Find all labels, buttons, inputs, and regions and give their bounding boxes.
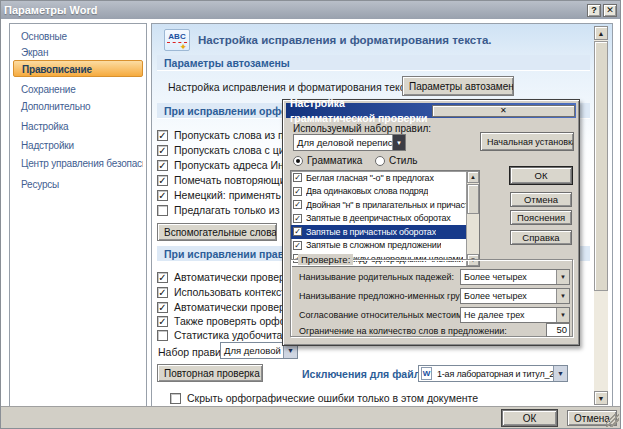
- exceptions-file-dropdown[interactable]: W 1-ая лабораторная и титул_2010 ▼: [418, 365, 568, 382]
- list-scrollbar[interactable]: ▲ ▼: [466, 171, 479, 266]
- relative-pronouns-label: Согласование относительных местоимений:: [299, 310, 485, 320]
- checkbox-box[interactable]: [293, 227, 302, 236]
- grammar-settings-dialog: Настройка грамматической проверки ✕ Испо…: [282, 99, 580, 346]
- sidebar-item-display[interactable]: Экран: [13, 44, 143, 61]
- checkbox-hide-spelling-errors[interactable]: Скрыть орфографические ошибки только в э…: [170, 391, 478, 405]
- footer-bar: ОК Отмена: [1, 406, 620, 428]
- rule-item[interactable]: Запятые в деепричастных оборотах: [291, 212, 479, 226]
- abc-spellcheck-icon: ABC✦: [164, 29, 190, 51]
- checkbox-box[interactable]: [157, 316, 168, 327]
- dialog-ok-button[interactable]: ОК: [510, 167, 572, 184]
- checkbox-box[interactable]: [293, 187, 302, 196]
- radio-dot: [293, 156, 303, 166]
- checkbox-box[interactable]: [157, 302, 168, 313]
- rule-item[interactable]: Беглая гласная "-о" в предлогах: [291, 171, 479, 185]
- checkbox-box[interactable]: [157, 175, 168, 186]
- checkbox-box[interactable]: [293, 200, 302, 209]
- dialog-titlebar[interactable]: Настройка грамматической проверки ✕: [286, 103, 576, 118]
- ok-button[interactable]: ОК: [502, 410, 557, 426]
- chevron-down-icon[interactable]: ▼: [553, 366, 567, 381]
- sidebar-item-resources[interactable]: Ресурсы: [13, 176, 143, 193]
- checkbox-box[interactable]: [157, 287, 168, 298]
- scroll-up-icon[interactable]: ▲: [467, 171, 479, 183]
- dialog-explain-button[interactable]: Пояснения: [510, 210, 572, 225]
- sidebar-item-advanced[interactable]: Дополнительно: [13, 98, 143, 115]
- checkbox-box[interactable]: [170, 393, 181, 404]
- dialog-cancel-button[interactable]: Отмена: [510, 192, 572, 207]
- chevron-down-icon[interactable]: ▼: [556, 308, 569, 322]
- check-group-title: Проверьте:: [298, 254, 353, 265]
- window-title: Параметры Word: [4, 4, 585, 16]
- genitive-chain-dropdown[interactable]: Более четырех▼: [460, 269, 570, 285]
- prepositional-groups-label: Нанизывание предложно-именных групп:: [299, 291, 472, 301]
- help-icon[interactable]: ?: [587, 4, 601, 17]
- word-limit-input[interactable]: 50: [546, 323, 570, 337]
- prepositional-groups-dropdown[interactable]: Более четырех▼: [460, 288, 570, 304]
- word-options-window: Параметры Word ? ✕ Основные Экран Правоп…: [0, 0, 621, 429]
- radio-dot: [375, 156, 385, 166]
- rule-item-selected[interactable]: Запятые в причастных оборотах: [291, 225, 479, 239]
- section-band-autocorrect: Параметры автозамены: [157, 55, 590, 71]
- content-scrollbar[interactable]: ▲ ▼: [594, 26, 608, 405]
- recheck-document-button[interactable]: Повторная проверка: [157, 364, 263, 382]
- custom-dictionaries-button[interactable]: Вспомогательные словари...: [157, 223, 277, 241]
- dialog-ruleset-label: Используемый набор правил:: [293, 123, 431, 134]
- checkbox-box[interactable]: [157, 272, 168, 283]
- scrollbar-thumb[interactable]: [594, 41, 608, 291]
- rule-item[interactable]: Двойная "н" в прилагательных и причастия…: [291, 198, 479, 212]
- sidebar-item-customize[interactable]: Настройка: [13, 118, 143, 135]
- chevron-down-icon[interactable]: ▼: [556, 289, 569, 303]
- relative-pronouns-dropdown[interactable]: Не далее трех▼: [460, 307, 570, 323]
- reset-defaults-button[interactable]: Начальная установка: [480, 132, 574, 151]
- sidebar-item-trust-center[interactable]: Центр управления безопасностью: [13, 155, 143, 172]
- ruleset-dropdown-value: Для деловой: [221, 345, 283, 356]
- checkbox-box[interactable]: [293, 241, 302, 250]
- genitive-chain-label: Нанизывание родительных падежей:: [299, 272, 454, 282]
- resize-grip[interactable]: [606, 414, 619, 427]
- scroll-down-icon[interactable]: ▼: [594, 391, 608, 405]
- close-icon[interactable]: ✕: [603, 4, 617, 17]
- chevron-down-icon[interactable]: ▼: [556, 270, 569, 284]
- word-limit-label: Ограничение на количество слов в предлож…: [299, 326, 507, 336]
- dialog-ruleset-dropdown[interactable]: Для деловой переписки ▼: [293, 134, 406, 151]
- word-document-icon: W: [421, 367, 432, 380]
- rule-item[interactable]: Запятые в сложном предложении: [291, 239, 479, 253]
- scroll-up-icon[interactable]: ▲: [594, 26, 608, 40]
- sidebar-item-save[interactable]: Сохранение: [13, 81, 143, 98]
- scrollbar-thumb[interactable]: [467, 184, 479, 214]
- checkbox-box[interactable]: [157, 160, 168, 171]
- radio-style[interactable]: Стиль: [375, 155, 417, 166]
- checkbox-box[interactable]: [157, 130, 168, 141]
- dialog-ruleset-value: Для деловой переписки: [294, 137, 392, 148]
- checkbox-box[interactable]: [293, 173, 302, 182]
- checkbox-box[interactable]: [157, 145, 168, 156]
- chevron-down-icon[interactable]: ▼: [392, 135, 405, 150]
- window-titlebar[interactable]: Параметры Word ? ✕: [1, 1, 620, 19]
- dialog-help-button[interactable]: Справка: [510, 230, 572, 245]
- sidebar-item-proofing[interactable]: Правописание: [13, 60, 143, 77]
- checkbox-box[interactable]: [157, 190, 168, 201]
- sidebar: Основные Экран Правописание Сохранение Д…: [9, 23, 147, 408]
- sidebar-item-addins[interactable]: Надстройки: [13, 137, 143, 154]
- sidebar-item-general[interactable]: Основные: [13, 28, 143, 45]
- screenshot-root: Параметры Word ? ✕ Основные Экран Правоп…: [0, 0, 623, 429]
- exceptions-label: Исключения для файла:: [302, 368, 430, 380]
- checkbox-box[interactable]: [293, 214, 302, 223]
- autocorrect-options-button[interactable]: Параметры автозамены...: [402, 76, 514, 96]
- checkbox-box[interactable]: [157, 205, 168, 216]
- radio-grammar[interactable]: Грамматика: [293, 155, 362, 166]
- dialog-title: Настройка грамматической проверки: [290, 96, 432, 126]
- dialog-close-icon[interactable]: ✕: [432, 105, 576, 117]
- checkbox-box[interactable]: [157, 330, 168, 341]
- page-title: Настройка исправления и форматирования т…: [198, 34, 491, 46]
- exceptions-file-value: 1-ая лабораторная и титул_2010: [434, 369, 553, 379]
- rule-item[interactable]: Два одинаковых слова подряд: [291, 185, 479, 199]
- grammar-rules-list[interactable]: Беглая гласная "-о" в предлогах Два один…: [290, 170, 480, 267]
